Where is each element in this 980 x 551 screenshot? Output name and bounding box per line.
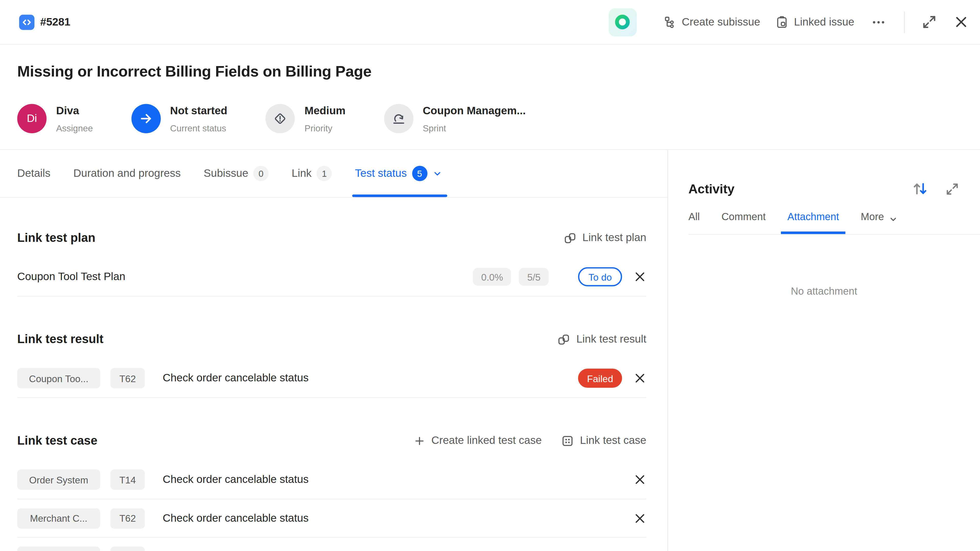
test-case-row[interactable]: Merchant C... T62 Check order cancelable… xyxy=(18,499,646,537)
linked-issue-button[interactable]: Linked issue xyxy=(776,15,854,29)
tab-duration-and-progress[interactable]: Duration and progress xyxy=(73,150,181,197)
remove-icon[interactable] xyxy=(634,372,646,385)
library-tag: Order System xyxy=(18,469,100,490)
more-actions-button[interactable] xyxy=(871,14,886,30)
subissue-count-badge: 0 xyxy=(253,166,269,181)
sprint-icon xyxy=(384,104,413,133)
activity-title: Activity xyxy=(689,181,735,196)
priority-field[interactable]: Medium Priority xyxy=(266,104,345,133)
section-title: Link test plan xyxy=(18,231,95,245)
chevron-down-icon xyxy=(888,215,897,224)
tab-details[interactable]: Details xyxy=(18,150,51,197)
top-bar-actions: Create subissue Linked issue xyxy=(608,8,969,36)
library-tag: Merchant C... xyxy=(18,508,100,528)
tab-label: Subissue xyxy=(204,167,248,180)
tab-label: Duration and progress xyxy=(73,167,181,180)
test-case-name[interactable]: Check order cancelable status xyxy=(163,512,309,524)
linked-issue-label: Linked issue xyxy=(794,16,854,28)
section-title: Link test result xyxy=(18,332,103,346)
test-status-count-badge: 5 xyxy=(412,166,427,181)
link-test-plan-button[interactable]: Link test plan xyxy=(563,231,646,245)
test-case-list: Order System T14 Check order cancelable … xyxy=(18,460,646,551)
test-plan-row[interactable]: Coupon Tool Test Plan 0.0% 5/5 To do xyxy=(18,258,646,296)
tab-link[interactable]: Link 1 xyxy=(292,150,332,197)
tab-label: More xyxy=(861,211,884,223)
page-title: Missing or Incorrect Billing Fields on B… xyxy=(18,62,961,80)
remove-icon[interactable] xyxy=(634,512,646,524)
case-id-tag xyxy=(110,547,145,551)
expand-icon[interactable] xyxy=(921,14,937,30)
remove-icon[interactable] xyxy=(634,473,646,486)
section-title: Link test case xyxy=(18,433,97,448)
subtask-tree-icon xyxy=(663,15,677,29)
sort-order-icon[interactable] xyxy=(912,181,928,197)
tab-label: Test status xyxy=(355,167,407,180)
link-test-result-button-label: Link test result xyxy=(576,333,646,346)
tab-label: Attachment xyxy=(788,211,839,223)
sprint-value: Coupon Managem... xyxy=(423,104,526,117)
content-split: Details Duration and progress Subissue 0… xyxy=(0,150,980,551)
test-case-row[interactable]: Order System T14 Check order cancelable … xyxy=(18,460,646,499)
test-result-name[interactable]: Check order cancelable status xyxy=(163,372,309,385)
status-arrow-icon xyxy=(131,104,161,133)
test-status-panel: Link test plan Link test plan Coupon Too… xyxy=(0,198,667,551)
case-id-tag: T14 xyxy=(110,469,145,490)
workspace-avatar-button[interactable] xyxy=(608,8,636,36)
status-label: Current status xyxy=(170,123,227,133)
issue-meta-row: Di Diva Assignee Not started Current sta… xyxy=(18,104,961,133)
issue-id: #5281 xyxy=(40,16,70,28)
issue-header: Missing or Incorrect Billing Fields on B… xyxy=(0,44,980,150)
create-linked-test-case-label: Create linked test case xyxy=(431,434,542,447)
issue-type-icon xyxy=(19,14,35,30)
test-plan-name[interactable]: Coupon Tool Test Plan xyxy=(18,270,126,283)
remove-icon[interactable] xyxy=(634,270,646,283)
test-result-row[interactable]: Coupon Too... T62 Check order cancelable… xyxy=(18,359,646,397)
donut-ring-icon xyxy=(615,15,630,30)
expand-activity-icon[interactable] xyxy=(945,181,960,196)
test-result-list: Coupon Too... T62 Check order cancelable… xyxy=(18,359,646,397)
library-tag xyxy=(18,547,100,551)
tab-subissue[interactable]: Subissue 0 xyxy=(204,150,269,197)
issue-key: #5281 xyxy=(19,14,70,30)
tab-label: Comment xyxy=(721,211,765,223)
status-value: Not started xyxy=(170,104,227,117)
activity-tab-comment[interactable]: Comment xyxy=(721,211,765,234)
tab-test-status[interactable]: Test status 5 xyxy=(355,150,442,197)
section-divider xyxy=(18,397,646,398)
status-field[interactable]: Not started Current status xyxy=(131,104,228,133)
activity-tab-attachment[interactable]: Attachment xyxy=(788,211,839,234)
main-column: Details Duration and progress Subissue 0… xyxy=(0,150,667,551)
link-test-plan-button-label: Link test plan xyxy=(582,232,646,245)
case-id-tag: T62 xyxy=(110,368,145,389)
create-linked-test-case-button[interactable]: Create linked test case xyxy=(414,434,542,447)
test-case-row-partial[interactable] xyxy=(18,537,646,551)
create-subissue-button[interactable]: Create subissue xyxy=(663,15,760,29)
link-test-case-label: Link test case xyxy=(580,434,646,447)
close-icon[interactable] xyxy=(954,15,969,30)
ratio-badge: 5/5 xyxy=(519,268,549,286)
assignee-label: Assignee xyxy=(56,123,93,133)
link-test-result-button[interactable]: Link test result xyxy=(557,333,646,346)
activity-tab-all[interactable]: All xyxy=(689,211,700,234)
assignee-field[interactable]: Di Diva Assignee xyxy=(18,104,93,133)
assignee-value: Diva xyxy=(56,104,93,117)
library-tag: Coupon Too... xyxy=(18,368,100,389)
chain-squares-icon xyxy=(563,231,577,245)
tab-label: Details xyxy=(18,167,51,180)
sprint-field[interactable]: Coupon Managem... Sprint xyxy=(384,104,526,133)
link-test-case-section-header: Link test case Create linked test case xyxy=(18,432,646,449)
avatar: Di xyxy=(18,104,47,133)
link-test-case-button[interactable]: Link test case xyxy=(561,434,646,448)
issue-detail-modal: #5281 Create subissue Linked issue xyxy=(0,0,980,551)
status-badge[interactable]: To do xyxy=(578,267,622,286)
activity-tab-more[interactable]: More xyxy=(861,211,897,234)
failed-badge[interactable]: Failed xyxy=(578,368,622,388)
progress-badge: 0.0% xyxy=(473,268,511,286)
tab-label: Link xyxy=(292,167,312,180)
activity-tabs: All Comment Attachment More xyxy=(689,211,980,235)
plus-icon xyxy=(414,435,426,447)
priority-value: Medium xyxy=(304,104,345,117)
sprint-label: Sprint xyxy=(423,123,526,133)
test-case-name[interactable]: Check order cancelable status xyxy=(163,473,309,486)
activity-header: Activity xyxy=(689,181,960,197)
